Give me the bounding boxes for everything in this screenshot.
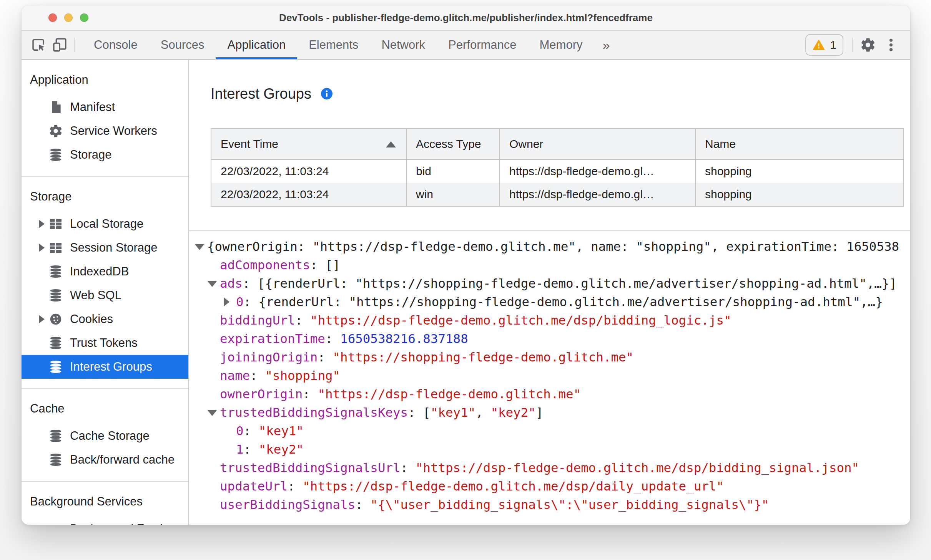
tree-line-trustedbiddingsignalsurl: trustedBiddingSignalsUrl: "https://dsp-f… <box>189 459 910 477</box>
sidebar-item-label: Interest Groups <box>70 360 152 374</box>
table-icon <box>48 217 63 231</box>
sidebar-item-label: Trust Tokens <box>70 336 138 350</box>
tab-performance[interactable]: Performance <box>437 31 528 59</box>
cell-event-time: 22/03/2022, 11:03:24 <box>211 159 406 183</box>
sidebar-section-background-services: Background ServicesBackground Fetch <box>22 482 188 525</box>
sidebar-item-back-forward-cache[interactable]: Back/forward cache <box>22 448 188 472</box>
tab-memory[interactable]: Memory <box>528 31 594 59</box>
sidebar-item-label: Web SQL <box>70 288 121 302</box>
tree-line-0: 0: "key1" <box>189 422 910 440</box>
column-header-event-time[interactable]: Event Time <box>211 129 406 159</box>
sidebar-item-interest-groups[interactable]: Interest Groups <box>22 355 188 379</box>
sidebar-item-label: Cache Storage <box>70 429 150 443</box>
content-pane: Interest Groups Event TimeAccess TypeOwn… <box>189 60 910 525</box>
window-title: DevTools - publisher-fledge-demo.glitch.… <box>22 12 910 24</box>
device-toolbar-button[interactable] <box>49 34 71 56</box>
tab-console[interactable]: Console <box>82 31 149 59</box>
tree-line-name: name: "shopping" <box>189 366 910 385</box>
devtools-toolbar: ConsoleSourcesApplicationElementsNetwork… <box>22 31 910 60</box>
interest-groups-table: Event TimeAccess TypeOwnerName 22/03/202… <box>211 128 904 207</box>
column-header-label: Owner <box>509 138 543 150</box>
cell-owner: https://dsp-fledge-demo.gl… <box>500 159 695 183</box>
sidebar-item-session-storage[interactable]: Session Storage <box>22 236 188 260</box>
tree-line-1: 1: "key2" <box>189 440 910 459</box>
more-tabs-button[interactable]: » <box>594 38 618 53</box>
application-sidebar: ApplicationManifestService WorkersStorag… <box>22 60 189 525</box>
panel-tabs: ConsoleSourcesApplicationElementsNetwork… <box>82 31 594 59</box>
sidebar-section-storage: StorageLocal StorageSession StorageIndex… <box>22 177 188 389</box>
toolbar-divider <box>74 38 75 52</box>
triangle-right-icon[interactable] <box>224 297 229 307</box>
tree-line-adcomponents: adComponents: [] <box>189 256 910 274</box>
column-header-label: Event Time <box>221 138 278 150</box>
sidebar-section-cache: CacheCache StorageBack/forward cache <box>22 389 188 482</box>
sidebar-item-web-sql[interactable]: Web SQL <box>22 283 188 307</box>
section-title-storage: Storage <box>22 188 188 205</box>
info-icon[interactable] <box>320 87 334 101</box>
table-icon <box>48 240 63 255</box>
sidebar-item-cache-storage[interactable]: Cache Storage <box>22 424 188 448</box>
tree-line-biddingurl: biddingUrl: "https://dsp-fledge-demo.gli… <box>189 311 910 330</box>
database-icon <box>48 147 63 162</box>
tree-line-ownerorigin-https-d[interactable]: {ownerOrigin: "https://dsp-fledge-demo.g… <box>189 237 910 256</box>
sidebar-item-storage[interactable]: Storage <box>22 143 188 167</box>
triangle-down-icon[interactable] <box>208 410 217 416</box>
title-bar: DevTools - publisher-fledge-demo.glitch.… <box>22 5 910 31</box>
cell-name: shopping <box>695 159 904 183</box>
fetch-icon <box>48 522 63 525</box>
tree-line-ads[interactable]: ads: [{renderUrl: "https://shopping-fled… <box>189 274 910 293</box>
sidebar-item-indexeddb[interactable]: IndexedDB <box>22 260 188 283</box>
devtools-window: DevTools - publisher-fledge-demo.glitch.… <box>22 5 910 525</box>
issues-badge[interactable]: 1 <box>805 34 843 56</box>
sidebar-item-local-storage[interactable]: Local Storage <box>22 212 188 236</box>
sidebar-item-label: Manifest <box>70 100 115 114</box>
section-title-cache: Cache <box>22 400 188 417</box>
tree-line-0[interactable]: 0: {renderUrl: "https://shopping-fledge-… <box>189 293 910 311</box>
object-tree: {ownerOrigin: "https://dsp-fledge-demo.g… <box>189 230 910 525</box>
column-header-owner[interactable]: Owner <box>500 129 695 159</box>
inspect-element-button[interactable] <box>28 34 49 56</box>
sort-ascending-icon <box>386 141 396 147</box>
close-button[interactable] <box>48 13 57 22</box>
sidebar-item-background-fetch[interactable]: Background Fetch <box>22 517 188 525</box>
settings-gear-button[interactable] <box>857 34 879 56</box>
database-icon <box>48 288 63 303</box>
traffic-lights <box>48 5 88 30</box>
triangle-down-icon[interactable] <box>195 244 204 250</box>
section-title-background-services: Background Services <box>22 493 188 510</box>
triangle-down-icon[interactable] <box>208 281 217 287</box>
sidebar-item-label: Storage <box>70 148 112 162</box>
events-table-wrap: Event TimeAccess TypeOwnerName 22/03/202… <box>211 128 904 207</box>
table-row[interactable]: 22/03/2022, 11:03:24bidhttps://dsp-fledg… <box>211 159 904 183</box>
tree-line-expirationtime: expirationTime: 1650538216.837188 <box>189 330 910 348</box>
cell-access-type: win <box>406 183 500 206</box>
main-split: ApplicationManifestService WorkersStorag… <box>22 60 910 525</box>
tree-line-trustedbiddingsignalskey[interactable]: trustedBiddingSignalsKeys: ["key1", "key… <box>189 403 910 422</box>
chevron-right-icon[interactable] <box>35 244 48 252</box>
tab-elements[interactable]: Elements <box>297 31 370 59</box>
sidebar-item-label: Session Storage <box>70 241 157 255</box>
section-title-application: Application <box>22 71 188 88</box>
tab-network[interactable]: Network <box>370 31 437 59</box>
column-header-access-type[interactable]: Access Type <box>406 129 500 159</box>
maximize-button[interactable] <box>80 13 88 22</box>
database-icon <box>48 429 63 443</box>
tab-sources[interactable]: Sources <box>149 31 216 59</box>
kebab-menu-button[interactable] <box>880 34 902 56</box>
sidebar-item-trust-tokens[interactable]: Trust Tokens <box>22 331 188 355</box>
sidebar-item-service-workers[interactable]: Service Workers <box>22 119 188 143</box>
sidebar-item-cookies[interactable]: Cookies <box>22 307 188 331</box>
chevron-right-icon[interactable] <box>35 220 48 228</box>
document-icon <box>48 100 63 114</box>
sidebar-item-manifest[interactable]: Manifest <box>22 95 188 119</box>
chevron-right-icon[interactable] <box>35 315 48 323</box>
column-header-label: Access Type <box>416 138 481 150</box>
tab-application[interactable]: Application <box>216 31 297 59</box>
sidebar-item-label: Cookies <box>70 312 113 326</box>
table-row[interactable]: 22/03/2022, 11:03:24winhttps://dsp-fledg… <box>211 183 904 206</box>
database-icon <box>48 264 63 279</box>
toolbar-right-group: 1 <box>805 34 902 56</box>
panel-header: Interest Groups <box>211 84 910 103</box>
minimize-button[interactable] <box>64 13 73 22</box>
column-header-name[interactable]: Name <box>695 129 904 159</box>
